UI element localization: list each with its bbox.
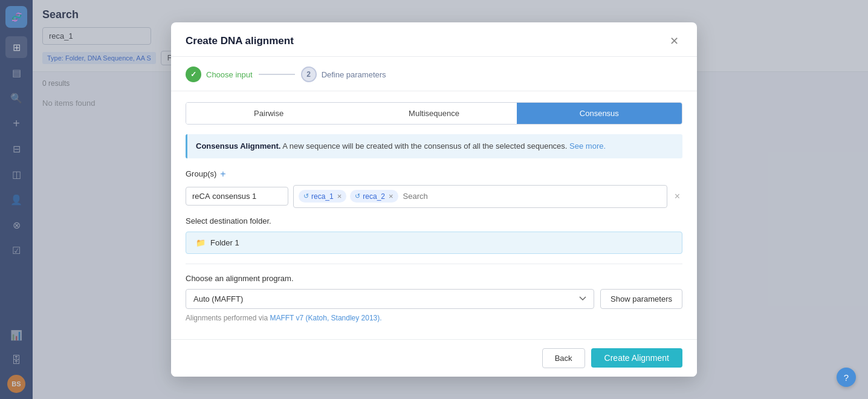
seq-label-1: reca_1 <box>311 192 334 201</box>
info-title: Consensus Alignment. <box>196 141 280 151</box>
seq-label-2: reca_2 <box>363 192 385 201</box>
step-1: ✓ Choose input <box>186 66 253 82</box>
modal-header: Create DNA alignment ✕ <box>171 22 697 57</box>
folder-name: Folder 1 <box>210 238 239 247</box>
sequence-tag-reca1: ↺ reca_1 × <box>299 190 346 203</box>
back-button[interactable]: Back <box>542 348 585 368</box>
sequence-icon: ↺ <box>303 192 309 200</box>
program-row: Auto (MAFFT) MAFFT Muscle ClustalW Show … <box>186 289 682 309</box>
seq-remove-2[interactable]: × <box>389 192 394 201</box>
tab-pairwise[interactable]: Pairwise <box>186 103 351 124</box>
groups-label: Group(s) <box>186 169 216 178</box>
close-button[interactable]: ✕ <box>666 34 682 48</box>
program-label: Choose an alignment program. <box>186 274 294 283</box>
divider <box>186 264 682 264</box>
destination-section: Select destination folder. 📁 Folder 1 <box>186 216 682 254</box>
info-box: Consensus Alignment. A new sequence will… <box>186 134 682 158</box>
attribution-prefix: Alignments performed via <box>186 314 270 322</box>
help-button[interactable]: ? <box>837 368 856 387</box>
add-group-button[interactable]: + <box>220 169 225 179</box>
modal-body: Pairwise Multisequence Consensus Consens… <box>171 91 697 339</box>
step-2-circle: 2 <box>301 66 317 82</box>
attribution: Alignments performed via MAFFT v7 (Katoh… <box>186 314 682 322</box>
steps-bar: ✓ Choose input 2 Define parameters <box>171 57 697 91</box>
info-link[interactable]: See more. <box>569 141 606 151</box>
sequence-search-input[interactable] <box>402 190 662 202</box>
dest-label: Select destination folder. <box>186 216 271 225</box>
step-2-number: 2 <box>306 70 311 79</box>
attribution-link[interactable]: MAFFT v7 (Katoh, Standley 2013). <box>270 314 381 322</box>
tab-consensus[interactable]: Consensus <box>517 103 682 124</box>
folder-icon: 📁 <box>196 238 206 247</box>
step-1-circle: ✓ <box>186 66 201 82</box>
step-1-label: Choose input <box>206 70 253 79</box>
modal-title: Create DNA alignment <box>186 35 294 47</box>
create-alignment-button[interactable]: Create Alignment <box>591 348 682 368</box>
destination-folder-button[interactable]: 📁 Folder 1 <box>186 232 682 254</box>
modal-footer: Back Create Alignment <box>171 339 697 377</box>
checkmark-icon: ✓ <box>190 70 196 79</box>
program-select[interactable]: Auto (MAFFT) MAFFT Muscle ClustalW <box>186 289 594 309</box>
sequences-input[interactable]: ↺ reca_1 × ↺ reca_2 × <box>293 185 667 208</box>
step-2-label: Define parameters <box>322 70 386 79</box>
sequence-icon-2: ↺ <box>355 192 360 200</box>
group-name-input[interactable] <box>186 187 288 206</box>
program-section: Choose an alignment program. Auto (MAFFT… <box>186 274 682 322</box>
seq-remove-1[interactable]: × <box>337 192 342 201</box>
modal: Create DNA alignment ✕ ✓ Choose input 2 … <box>171 22 697 377</box>
group-row: ↺ reca_1 × ↺ reca_2 × × <box>186 185 682 208</box>
info-body: A new sequence will be created with the … <box>282 141 567 151</box>
step-2: 2 Define parameters <box>301 66 386 82</box>
show-parameters-button[interactable]: Show parameters <box>600 289 682 309</box>
modal-overlay: Create DNA alignment ✕ ✓ Choose input 2 … <box>0 0 868 399</box>
groups-section: Group(s) + ↺ reca_1 × ↺ reca_2 <box>186 169 682 208</box>
group-clear-button[interactable]: × <box>672 189 682 204</box>
step-connector <box>259 74 295 75</box>
tab-multisequence[interactable]: Multisequence <box>351 103 516 124</box>
sequence-tag-reca2: ↺ reca_2 × <box>350 190 398 203</box>
alignment-tabs: Pairwise Multisequence Consensus <box>186 102 682 125</box>
